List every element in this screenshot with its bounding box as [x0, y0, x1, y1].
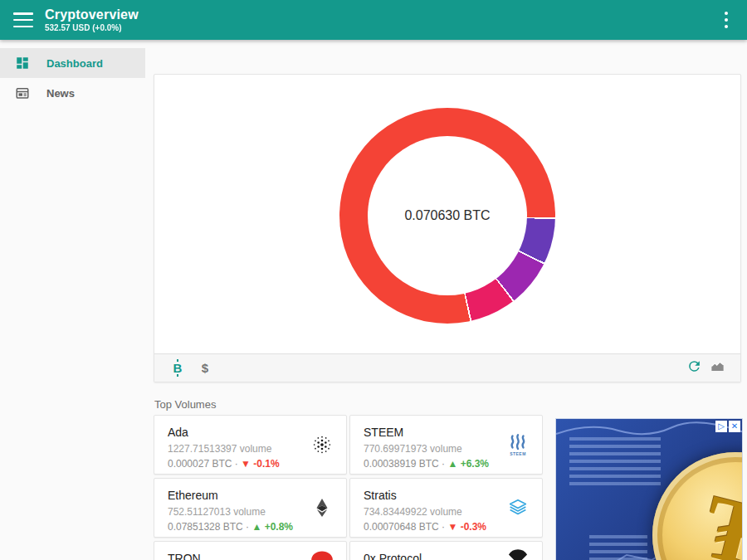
- adchoices-icon[interactable]: ▷: [715, 421, 727, 432]
- coin-name: Stratis: [364, 489, 529, 502]
- hamburger-menu-icon[interactable]: [13, 12, 33, 27]
- sidebar-item-news[interactable]: News: [0, 78, 145, 108]
- top-volumes-title: Top Volumes: [154, 398, 216, 411]
- area-chart-icon: [710, 358, 725, 377]
- refresh-icon: [686, 358, 702, 377]
- coin-name: Ethereum: [168, 489, 333, 502]
- coin-price-line: 0.00038919 BTC · ▲ +6.3%: [364, 458, 529, 470]
- coin-volume: 752.51127013 volume: [168, 506, 333, 518]
- app-header: Cryptoverview 532.57 USD (+0.0%): [0, 0, 747, 40]
- coin-volume: 770.69971973 volume: [364, 443, 529, 455]
- dashboard-icon: [15, 56, 30, 71]
- sidebar: Dashboard News: [0, 40, 145, 560]
- chart-view-button[interactable]: [706, 357, 729, 380]
- sidebar-item-label: Dashboard: [46, 57, 103, 70]
- volume-card-tron[interactable]: TRON: [154, 541, 347, 560]
- bitcoin-icon: B: [173, 362, 183, 374]
- zerox-icon: [505, 546, 530, 560]
- steem-wordmark: STEEM: [510, 451, 526, 456]
- chart-toolbar: B $: [154, 353, 740, 382]
- sidebar-item-dashboard[interactable]: Dashboard: [0, 48, 145, 78]
- coin-name: TRON: [168, 552, 333, 560]
- advertisement-banner[interactable]: ₮ ▷ ✕: [555, 418, 743, 560]
- sidebar-item-label: News: [46, 87, 75, 100]
- donut-chart-area: 0.070630 BTC: [154, 75, 740, 355]
- stratis-icon: [505, 494, 530, 522]
- steem-icon: STEEM: [505, 431, 530, 459]
- portfolio-value: 532.57 USD (+0.0%): [45, 23, 139, 32]
- coin-volume: 1227.71513397 volume: [168, 443, 333, 455]
- volume-card-ada[interactable]: Ada 1227.71513397 volume 0.000027 BTC · …: [154, 415, 347, 475]
- volume-card-steem[interactable]: STEEM 770.69971973 volume 0.00038919 BTC…: [349, 415, 543, 475]
- ethereum-icon: [310, 494, 334, 522]
- tron-icon: [310, 546, 334, 560]
- donut-center-label: 0.070630 BTC: [404, 208, 490, 223]
- volume-card-ethereum[interactable]: Ethereum 752.51127013 volume 0.07851328 …: [154, 478, 347, 538]
- coin-price-line: 0.000027 BTC · ▼ -0.1%: [168, 458, 333, 470]
- dollar-icon: $: [202, 361, 208, 375]
- usd-currency-button[interactable]: $: [189, 357, 212, 380]
- coin-name: STEEM: [364, 426, 529, 439]
- volume-card-0x-protocol[interactable]: 0x Protocol: [349, 541, 543, 560]
- cardano-icon: [310, 431, 334, 459]
- bitcoin-icon: ₮: [693, 471, 743, 560]
- news-icon: [15, 85, 30, 100]
- coin-volume: 734.83449922 volume: [364, 506, 529, 518]
- app-title: Cryptoverview: [45, 7, 139, 22]
- volume-card-stratis[interactable]: Stratis 734.83449922 volume 0.00070648 B…: [349, 478, 543, 538]
- coin-name: Ada: [168, 426, 333, 439]
- btc-currency-button[interactable]: B: [166, 357, 189, 380]
- header-title-block: Cryptoverview 532.57 USD (+0.0%): [45, 7, 139, 32]
- app-root: Cryptoverview 532.57 USD (+0.0%) Dashboa…: [0, 0, 747, 560]
- coin-name: 0x Protocol: [364, 552, 529, 560]
- overflow-menu-icon[interactable]: [720, 12, 732, 28]
- refresh-button[interactable]: [682, 357, 706, 380]
- ad-close-icon[interactable]: ✕: [729, 421, 740, 432]
- coin-price-line: 0.07851328 BTC · ▲ +0.8%: [168, 521, 333, 533]
- top-volumes-grid: Ada 1227.71513397 volume 0.000027 BTC · …: [154, 415, 544, 560]
- portfolio-chart-card: 0.070630 BTC B $: [154, 74, 741, 382]
- coin-price-line: 0.00070648 BTC · ▼ -0.3%: [364, 521, 529, 533]
